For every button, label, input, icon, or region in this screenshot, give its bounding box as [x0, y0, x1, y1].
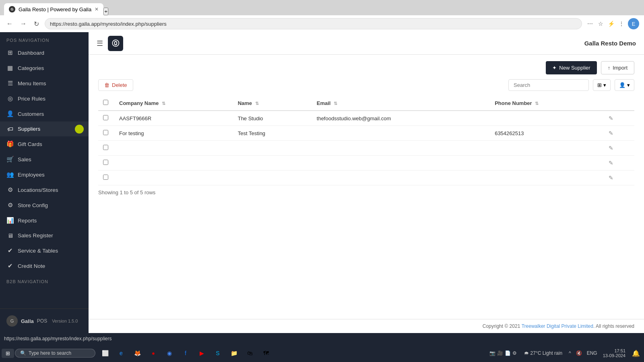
sidebar-item-credit-note[interactable]: ✔ Credit Note [0, 258, 89, 274]
header-checkbox-col [98, 96, 114, 111]
row5-email [312, 171, 490, 185]
logo-symbol: ⓪ [112, 39, 119, 48]
hamburger-button[interactable]: ☰ [97, 39, 103, 48]
task-view-icon[interactable]: ⬜ [99, 347, 111, 360]
maps-icon[interactable]: 🗺 [260, 347, 272, 360]
start-button[interactable]: ⊞ [2, 349, 14, 358]
taskbar-search[interactable]: 🔍 Type here to search [15, 349, 95, 358]
new-supplier-button[interactable]: ✦ New Supplier [546, 61, 597, 74]
taskbar-mute[interactable]: 🔇 [574, 350, 584, 356]
notification-button[interactable]: 🔔 [630, 350, 642, 357]
sidebar-label-sales: Sales [18, 156, 31, 162]
sidebar-item-categories[interactable]: ▦ Categories [0, 60, 89, 76]
row4-edit-button[interactable]: ✎ [609, 160, 613, 166]
row1-phone [490, 111, 603, 126]
tab-close-button[interactable]: ✕ [95, 6, 99, 12]
sys-icons: 📷 🎥 📄 ⚙ [487, 350, 519, 356]
row1-actions: ✎ [604, 111, 634, 126]
sidebar-item-locations[interactable]: ⚙ Locations/Stores [0, 182, 89, 197]
edge-icon[interactable]: e [115, 347, 128, 360]
person-filter-button[interactable]: 👤 ▾ [615, 79, 634, 91]
sidebar-item-employees[interactable]: 👥 Employees [0, 167, 89, 182]
url-bar[interactable]: https://resto.galla.app/myresto/index.ph… [45, 18, 582, 29]
profile-icon[interactable]: E [628, 18, 639, 29]
video-icon[interactable]: 🎥 [497, 350, 503, 356]
row5-checkbox[interactable] [103, 175, 108, 180]
main-content: ☰ ⓪ Galla Resto Demo ✦ New Supplier ↑ Im… [89, 32, 644, 333]
sidebar-label-store-config: Store Config [18, 202, 48, 208]
sidebar-item-reports[interactable]: 📊 Reports [0, 213, 89, 228]
sidebar-item-service-tables[interactable]: ✔ Service & Tables [0, 243, 89, 258]
search-input[interactable] [508, 79, 589, 91]
row3-checkbox-cell [98, 141, 114, 156]
sidebar-item-sales[interactable]: 🛒 Sales [0, 152, 89, 167]
header-company-name: Company Name ⇅ [114, 96, 233, 111]
camera-icon[interactable]: 📷 [489, 350, 495, 356]
refresh-button[interactable]: ↻ [32, 19, 41, 29]
settings-icon[interactable]: ⚙ [512, 350, 517, 356]
circle-icon[interactable]: ● [147, 347, 160, 360]
forward-button[interactable]: → [19, 19, 28, 29]
sidebar-label-reports: Reports [18, 218, 37, 224]
sidebar-item-menu-items[interactable]: ☰ Menu Items [0, 76, 89, 91]
employees-icon: 👥 [6, 171, 14, 178]
sidebar-label-credit-note: Credit Note [18, 263, 45, 269]
reader-icon[interactable]: ⋯ [586, 20, 594, 28]
taskbar-notifications[interactable]: ^ [567, 350, 573, 356]
suppliers-table: Company Name ⇅ Name ⇅ Email ⇅ Phone Nu [98, 96, 634, 185]
row2-edit-button[interactable]: ✎ [609, 130, 613, 136]
sidebar-item-customers[interactable]: 👤 Customers [0, 106, 89, 121]
bookmark-icon[interactable]: ☆ [597, 20, 605, 28]
row5-edit-button[interactable]: ✎ [609, 175, 613, 181]
import-button[interactable]: ↑ Import [601, 61, 634, 74]
row1-edit-button[interactable]: ✎ [609, 115, 613, 121]
firefox-icon[interactable]: 🦊 [131, 347, 144, 360]
row3-checkbox[interactable] [103, 145, 108, 150]
name-sort-icon[interactable]: ⇅ [255, 101, 259, 106]
row1-checkbox[interactable] [103, 115, 108, 120]
sidebar-label-sales-register: Sales Register [18, 232, 53, 239]
row4-email [312, 156, 490, 171]
row2-checkbox[interactable] [103, 130, 108, 135]
store-icon[interactable]: 🛍 [244, 347, 256, 360]
delete-button[interactable]: 🗑 Delete [98, 79, 133, 91]
company-name-sort-icon[interactable]: ⇅ [162, 101, 165, 106]
sidebar-item-suppliers[interactable]: 🏷 Suppliers [0, 121, 89, 136]
sidebar-label-gift-cards: Gift Cards [18, 141, 42, 147]
new-tab-button[interactable]: + [103, 8, 108, 15]
row1-company-name: AASFT9666R [114, 111, 233, 126]
url-text: https://resto.galla.app/myresto/index.ph… [50, 21, 167, 27]
grid-icon: ⊞ [597, 82, 602, 88]
youtube-icon[interactable]: ▶ [195, 347, 208, 360]
active-tab[interactable]: G Galla Resto | Powered by Galla ✕ [4, 3, 103, 15]
sidebar-item-store-config[interactable]: ⚙ Store Config [0, 197, 89, 213]
b2b-nav-label: B2B NAVIGATION [0, 274, 89, 286]
sidebar-item-dashboard[interactable]: ⊞ Dashboard [0, 45, 89, 60]
sidebar-item-gift-cards[interactable]: 🎁 Gift Cards [0, 136, 89, 152]
row3-edit-button[interactable]: ✎ [609, 145, 613, 151]
view-toggle-button[interactable]: ⊞ ▾ [593, 79, 611, 91]
sidebar-item-price-rules[interactable]: ◎ Price Rules [0, 91, 89, 106]
rights-text: . All rights reserved [593, 323, 634, 329]
back-button[interactable]: ← [5, 19, 14, 29]
row4-checkbox[interactable] [103, 160, 108, 165]
company-link[interactable]: Treewalker Digital Private Limited [522, 323, 593, 329]
locations-icon: ⚙ [6, 186, 14, 193]
files-sys-icon[interactable]: 📄 [505, 350, 511, 356]
files-icon[interactable]: 📁 [227, 347, 240, 360]
sidebar-version-label: Version 1.5.0 [52, 319, 78, 323]
facebook-icon[interactable]: f [179, 347, 192, 360]
extensions-icon[interactable]: ⚡ [607, 20, 615, 28]
row3-company-name [114, 141, 233, 156]
taskbar: ⊞ 🔍 Type here to search ⬜ e 🦊 ● ◉ f ▶ S … [0, 344, 644, 362]
phone-sort-icon[interactable]: ⇅ [535, 101, 539, 106]
sidebar-label-suppliers: Suppliers [18, 126, 40, 132]
sidebar-item-sales-register[interactable]: 🖥 Sales Register [0, 228, 89, 243]
sidebar-label-locations: Locations/Stores [18, 187, 58, 193]
chrome-icon[interactable]: ◉ [163, 347, 176, 360]
more-icon[interactable]: ⋮ [617, 20, 625, 28]
email-sort-icon[interactable]: ⇅ [334, 101, 337, 106]
skype-icon[interactable]: S [211, 347, 224, 360]
row4-name [233, 156, 312, 171]
select-all-checkbox[interactable] [103, 100, 108, 105]
